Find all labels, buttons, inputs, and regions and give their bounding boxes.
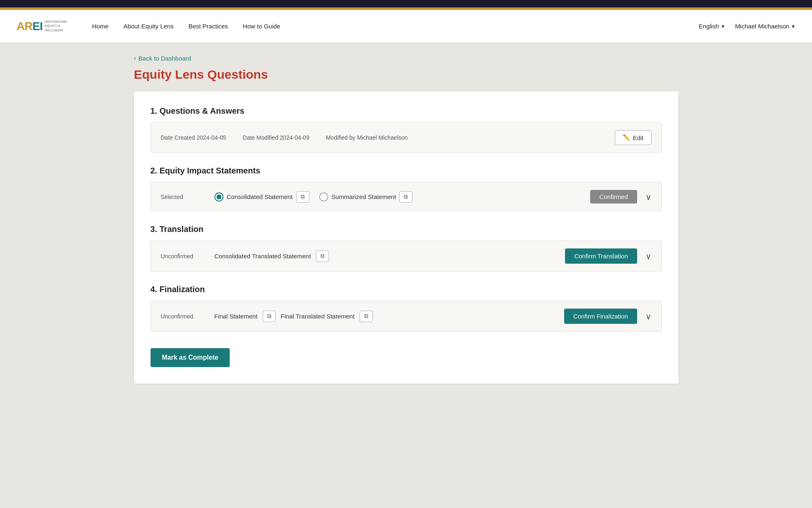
nav-home[interactable]: Home bbox=[92, 23, 108, 30]
confirmed-badge: Confirmed bbox=[590, 190, 637, 204]
finalization-actions: Confirm Finalization ∨ bbox=[564, 309, 652, 324]
language-caret-icon: ▼ bbox=[720, 24, 725, 29]
edit-button[interactable]: ✏️ Edit bbox=[615, 130, 652, 145]
equity-impact-actions: Confirmed ∨ bbox=[590, 190, 651, 204]
navbar: AR EI ANTI-RACISM, EQUITY & INCLUSION Ho… bbox=[0, 10, 812, 43]
page-title: Equity Lens Questions bbox=[134, 68, 678, 82]
qa-info-row: Date Created 2024-04-05 Date Modified 20… bbox=[151, 122, 662, 153]
nav-about[interactable]: About Equity Lens bbox=[123, 23, 174, 30]
mark-complete-button[interactable]: Mark as Complete bbox=[151, 348, 230, 367]
translation-row: Unconfirmed Consolidated Translated Stat… bbox=[151, 241, 662, 272]
finalization-statements: Final Statement ⧉ Final Translated State… bbox=[214, 311, 373, 322]
edit-icon: ✏️ bbox=[623, 134, 631, 141]
translation-status-label: Unconfirmed bbox=[161, 253, 206, 260]
finalization-title: 4. Finalization bbox=[151, 285, 662, 294]
date-created: Date Created 2024-04-05 bbox=[161, 134, 226, 141]
translation-title: 3. Translation bbox=[151, 225, 662, 234]
final-translated-view-icon[interactable]: ⧉ bbox=[360, 311, 373, 322]
finalization-status-label: Unconfirmed bbox=[161, 313, 206, 320]
section-qa: 1. Questions & Answers Date Created 2024… bbox=[151, 106, 662, 153]
final-statement-view-icon[interactable]: ⧉ bbox=[263, 311, 276, 322]
section-finalization: 4. Finalization Unconfirmed Final Statem… bbox=[151, 285, 662, 332]
user-dropdown[interactable]: Michael Michaelson ▼ bbox=[735, 23, 796, 30]
page-content: ‹ Back to Dashboard Equity Lens Question… bbox=[118, 43, 695, 408]
nav-right: English ▼ Michael Michaelson ▼ bbox=[699, 23, 796, 30]
nav-links: Home About Equity Lens Best Practices Ho… bbox=[92, 23, 699, 30]
back-arrow-icon: ‹ bbox=[134, 54, 136, 62]
equity-chevron-button[interactable]: ∨ bbox=[645, 192, 652, 202]
finalization-chevron-button[interactable]: ∨ bbox=[645, 311, 652, 321]
translation-actions: Confirm Translation ∨ bbox=[565, 248, 651, 264]
section-equity-impact: 2. Equity Impact Statements Selected Con… bbox=[151, 166, 662, 211]
equity-status-label: Selected bbox=[161, 194, 206, 200]
consolidated-view-icon[interactable]: ⧉ bbox=[296, 191, 309, 203]
logo-subtitle: ANTI-RACISM, EQUITY & INCLUSION bbox=[45, 20, 67, 33]
logo-ei: EI bbox=[32, 20, 42, 33]
consolidated-radio-item[interactable]: Consolidated Statement ⧉ bbox=[214, 191, 309, 203]
consolidated-radio[interactable] bbox=[214, 192, 224, 201]
date-modified: Date Modified 2024-04-09 bbox=[242, 134, 309, 141]
translation-chevron-button[interactable]: ∨ bbox=[645, 251, 652, 261]
section-translation: 3. Translation Unconfirmed Consolidated … bbox=[151, 225, 662, 272]
user-caret-icon: ▼ bbox=[791, 24, 796, 29]
translation-statement: Consolidated Translated Statement ⧉ bbox=[214, 250, 329, 262]
translation-view-icon[interactable]: ⧉ bbox=[316, 250, 329, 262]
confirm-translation-button[interactable]: Confirm Translation bbox=[565, 248, 637, 264]
equity-impact-row: Selected Consolidated Statement ⧉ Summar… bbox=[151, 182, 662, 211]
modified-by: Modified by Michael Michaelson bbox=[326, 134, 407, 141]
confirm-finalization-button[interactable]: Confirm Finalization bbox=[564, 309, 637, 324]
summarized-view-icon[interactable]: ⧉ bbox=[399, 191, 412, 203]
finalization-row: Unconfirmed Final Statement ⧉ Final Tran… bbox=[151, 301, 662, 332]
logo-arc: AR bbox=[16, 20, 32, 33]
logo: AR EI ANTI-RACISM, EQUITY & INCLUSION bbox=[16, 20, 67, 33]
top-accent-bar bbox=[0, 0, 812, 7]
summarized-radio[interactable] bbox=[319, 192, 328, 201]
equity-impact-title: 2. Equity Impact Statements bbox=[151, 166, 662, 176]
nav-how-to[interactable]: How to Guide bbox=[243, 23, 280, 30]
back-to-dashboard[interactable]: ‹ Back to Dashboard bbox=[134, 54, 191, 62]
statement-radio-group: Consolidated Statement ⧉ Summarized Stat… bbox=[214, 191, 582, 203]
summarized-radio-item[interactable]: Summarized Statement ⧉ bbox=[319, 191, 413, 203]
qa-title: 1. Questions & Answers bbox=[151, 106, 662, 116]
language-dropdown[interactable]: English ▼ bbox=[699, 23, 725, 30]
main-card: 1. Questions & Answers Date Created 2024… bbox=[134, 91, 678, 384]
nav-best-practices[interactable]: Best Practices bbox=[188, 23, 228, 30]
